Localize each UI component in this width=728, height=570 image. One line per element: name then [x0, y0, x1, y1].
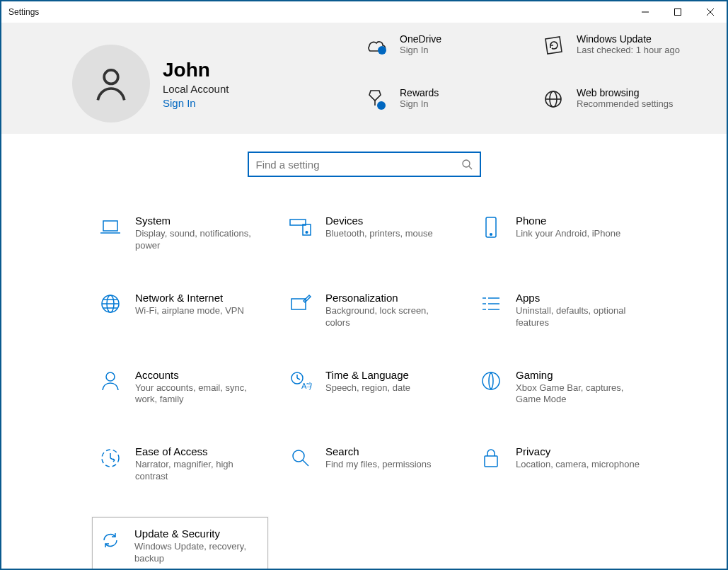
apps-icon: [478, 292, 503, 317]
window-controls: [629, 1, 727, 23]
sync-icon: [98, 528, 122, 552]
tile-onedrive-text: OneDrive Sign In: [400, 33, 441, 55]
tile-onedrive[interactable]: OneDrive Sign In: [359, 33, 521, 80]
svg-line-12: [469, 166, 472, 169]
category-search[interactable]: SearchFind my files, permissions: [282, 440, 458, 489]
tile-browsing-text: Web browsing Recommended settings: [577, 87, 674, 109]
globe-icon: [98, 292, 122, 317]
category-desc: Windows Update, recovery, backup: [134, 541, 262, 565]
category-apps[interactable]: AppsUninstall, defaults, optional featur…: [473, 286, 649, 335]
category-title: Phone: [516, 215, 620, 227]
category-desc: Link your Android, iPhone: [516, 228, 620, 240]
svg-rect-13: [103, 221, 117, 231]
tile-browsing-title: Web browsing: [577, 87, 674, 98]
category-gaming[interactable]: GamingXbox Game Bar, captures, Game Mode: [473, 363, 649, 412]
svg-line-35: [297, 378, 300, 380]
category-title: Gaming: [516, 369, 643, 381]
time-language-icon: A字: [288, 369, 313, 394]
category-title: Personalization: [325, 292, 453, 304]
search-input[interactable]: [256, 159, 461, 171]
category-accounts[interactable]: AccountsYour accounts, email, sync, work…: [92, 363, 268, 412]
category-system[interactable]: SystemDisplay, sound, notifications, pow…: [92, 209, 268, 258]
category-title: Privacy: [516, 445, 640, 457]
tile-web-browsing[interactable]: Web browsing Recommended settings: [536, 87, 698, 134]
tile-rewards-text: Rewards Sign In: [400, 87, 439, 109]
search-row: [1, 134, 727, 195]
account-block: John Local Account Sign In: [72, 33, 359, 134]
ease-of-access-icon: [98, 445, 122, 470]
category-ease-of-access[interactable]: Ease of AccessNarrator, magnifier, high …: [92, 440, 268, 489]
web-browsing-icon: [536, 87, 571, 110]
account-type: Local Account: [163, 83, 229, 95]
category-title: Apps: [516, 292, 643, 304]
category-time-language[interactable]: A字 Time & LanguageSpeech, region, date: [282, 363, 458, 412]
category-desc: Speech, region, date: [325, 382, 410, 394]
header-area: John Local Account Sign In OneDrive Sign…: [1, 23, 727, 134]
account-text: John Local Account Sign In: [163, 59, 229, 109]
category-desc: Wi-Fi, airplane mode, VPN: [135, 305, 244, 317]
svg-text:A字: A字: [301, 382, 312, 390]
category-desc: Uninstall, defaults, optional features: [516, 305, 643, 329]
svg-point-32: [106, 372, 115, 381]
category-desc: Xbox Game Bar, captures, Game Mode: [516, 382, 643, 406]
svg-point-40: [293, 450, 304, 462]
category-title: Time & Language: [325, 369, 410, 381]
phone-icon: [478, 215, 503, 239]
category-network[interactable]: Network & InternetWi-Fi, airplane mode, …: [92, 286, 268, 335]
tile-onedrive-title: OneDrive: [400, 33, 441, 45]
header-tiles: OneDrive Sign In Windows Update Last che…: [359, 33, 698, 134]
svg-point-11: [463, 160, 470, 167]
tile-update-sub: Last checked: 1 hour ago: [577, 45, 680, 55]
person-icon: [98, 369, 122, 394]
tile-windows-update[interactable]: Windows Update Last checked: 1 hour ago: [536, 33, 698, 80]
category-phone[interactable]: PhoneLink your Android, iPhone: [473, 209, 649, 258]
category-title: Network & Internet: [135, 292, 244, 304]
tile-onedrive-sub: Sign In: [400, 45, 441, 55]
categories-grid: SystemDisplay, sound, notifications, pow…: [1, 195, 727, 570]
category-title: Search: [325, 445, 432, 457]
svg-line-41: [303, 460, 308, 466]
windows-update-icon: [536, 33, 571, 56]
category-desc: Find my files, permissions: [325, 459, 432, 471]
category-desc: Your accounts, email, sync, work, family: [135, 382, 262, 406]
brush-icon: [288, 292, 313, 317]
category-personalization[interactable]: PersonalizationBackground, lock screen, …: [282, 286, 458, 335]
person-icon: [91, 64, 131, 103]
gaming-icon: [478, 369, 503, 394]
devices-icon: [288, 215, 313, 239]
tile-browsing-sub: Recommended settings: [577, 98, 674, 109]
category-title: Devices: [325, 215, 433, 227]
maximize-button[interactable]: [661, 1, 694, 23]
category-title: Ease of Access: [135, 445, 262, 457]
account-name: John: [163, 59, 229, 81]
search-icon: [288, 445, 313, 470]
category-devices[interactable]: DevicesBluetooth, printers, mouse: [282, 209, 458, 258]
svg-point-5: [378, 46, 386, 55]
tile-rewards-title: Rewards: [400, 87, 439, 98]
svg-rect-42: [485, 456, 497, 467]
category-desc: Narrator, magnifier, high contrast: [135, 459, 262, 483]
search-box[interactable]: [248, 152, 481, 177]
window-title: Settings: [8, 7, 39, 17]
category-privacy[interactable]: PrivacyLocation, camera, microphone: [473, 440, 649, 489]
svg-point-7: [377, 101, 386, 110]
category-desc: Bluetooth, printers, mouse: [325, 228, 433, 240]
category-title: System: [135, 215, 262, 227]
category-desc: Background, lock screen, colors: [325, 305, 453, 329]
svg-point-4: [104, 70, 118, 84]
category-title: Update & Security: [134, 528, 262, 540]
tile-update-title: Windows Update: [577, 33, 680, 45]
svg-point-17: [306, 231, 308, 233]
tile-rewards-sub: Sign In: [400, 98, 439, 109]
tile-update-text: Windows Update Last checked: 1 hour ago: [577, 33, 680, 55]
category-update-security[interactable]: Update & SecurityWindows Update, recover…: [92, 517, 268, 570]
account-signin-link[interactable]: Sign In: [163, 97, 229, 109]
avatar: [72, 45, 150, 122]
category-desc: Location, camera, microphone: [516, 459, 640, 471]
close-button[interactable]: [694, 1, 727, 23]
svg-rect-1: [675, 9, 681, 16]
tile-rewards[interactable]: Rewards Sign In: [359, 87, 521, 134]
lock-icon: [478, 445, 503, 470]
titlebar: Settings: [1, 1, 727, 23]
minimize-button[interactable]: [629, 1, 661, 23]
